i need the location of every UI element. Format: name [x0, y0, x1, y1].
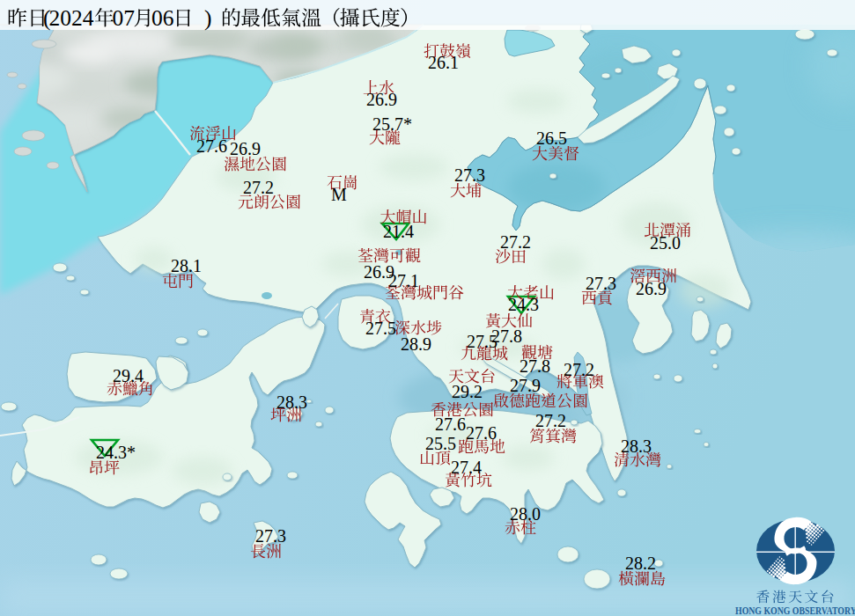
svg-text:29.2: 29.2	[452, 382, 483, 401]
svg-text:27.3: 27.3	[454, 165, 485, 185]
svg-text:25.7*: 25.7*	[372, 114, 412, 134]
svg-text:2024: 2024	[49, 5, 94, 31]
svg-text:): )	[204, 5, 212, 31]
svg-text:27.6: 27.6	[466, 423, 497, 443]
svg-text:28.0: 28.0	[510, 504, 541, 524]
svg-text:27.4: 27.4	[451, 458, 482, 477]
svg-text:29.4: 29.4	[113, 366, 144, 385]
svg-text:27.5: 27.5	[365, 319, 396, 338]
svg-text:28.9: 28.9	[401, 334, 431, 354]
svg-text:M: M	[331, 185, 347, 204]
svg-text:25.5: 25.5	[425, 434, 456, 453]
svg-text:27.8: 27.8	[520, 356, 550, 376]
svg-text:27.5: 27.5	[467, 332, 498, 351]
svg-text:28.3: 28.3	[276, 392, 307, 412]
svg-text:27.3: 27.3	[255, 526, 286, 546]
svg-text:26.1: 26.1	[428, 53, 459, 72]
svg-text:26.5: 26.5	[536, 128, 567, 148]
svg-text:27.6: 27.6	[196, 136, 227, 156]
svg-text:28.1: 28.1	[171, 256, 202, 275]
svg-text:27.2: 27.2	[243, 178, 274, 197]
svg-text:28.2: 28.2	[625, 554, 656, 573]
svg-text:27.2: 27.2	[564, 360, 594, 379]
svg-text:26.9: 26.9	[636, 279, 667, 298]
svg-text:27.3: 27.3	[586, 274, 616, 293]
svg-text:27.2: 27.2	[535, 411, 566, 430]
svg-text:24.3*: 24.3*	[96, 443, 136, 462]
svg-text:27.6: 27.6	[435, 414, 466, 434]
svg-text:07: 07	[113, 5, 136, 31]
svg-text:27.1: 27.1	[388, 271, 419, 290]
svg-text:27.9: 27.9	[510, 376, 541, 395]
svg-text:25.0: 25.0	[650, 233, 681, 253]
svg-text:26.9: 26.9	[366, 90, 397, 109]
svg-text:HONG KONG OBSERVATORY: HONG KONG OBSERVATORY	[735, 604, 855, 615]
svg-text:06: 06	[151, 5, 174, 31]
svg-text:21.4: 21.4	[383, 222, 414, 241]
svg-text:26.9: 26.9	[230, 139, 261, 158]
svg-text:27.2: 27.2	[500, 232, 531, 252]
svg-text:24.3: 24.3	[508, 295, 539, 314]
svg-text:28.3: 28.3	[621, 436, 652, 456]
